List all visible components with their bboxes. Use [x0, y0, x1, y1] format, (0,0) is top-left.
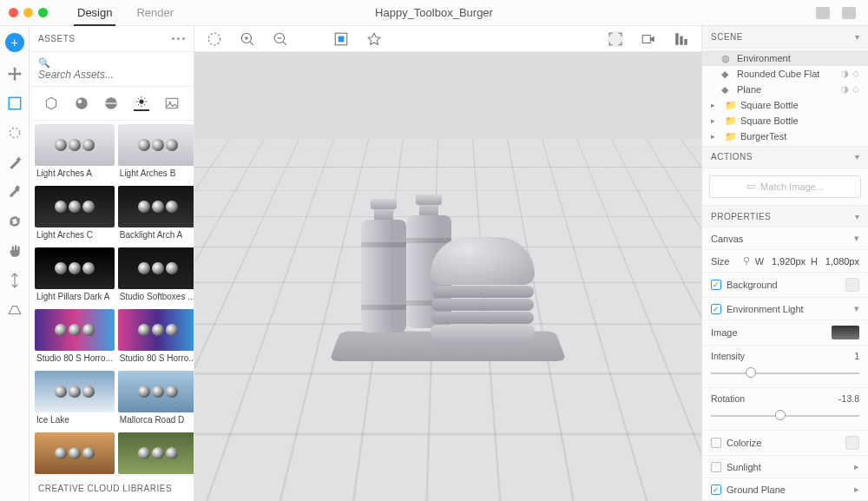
intensity-label: Intensity	[711, 351, 745, 361]
orbit-tool-icon[interactable]	[7, 125, 23, 141]
expand-arrow-icon[interactable]: ▸	[711, 116, 720, 125]
select-tool-icon[interactable]	[7, 96, 23, 111]
marquee-select-icon[interactable]	[207, 31, 222, 47]
link-icon[interactable]: ⚲	[743, 255, 750, 267]
scene-item[interactable]: ◍Environment	[702, 50, 868, 66]
asset-thumb[interactable]: Topanga Forest B	[118, 432, 194, 475]
options-icon[interactable]: ◇	[852, 69, 859, 78]
materials-category-icon[interactable]	[74, 96, 89, 111]
scene-item[interactable]: ◆Rounded Cube Flat◑◇	[702, 66, 868, 82]
expand-arrow-icon[interactable]: ▸	[711, 132, 720, 141]
zoom-window-icon[interactable]	[38, 8, 48, 17]
render-settings-icon[interactable]	[674, 31, 689, 47]
asset-thumb[interactable]: Backlight Arch A	[118, 186, 194, 242]
asset-thumb[interactable]: Light Pillars Dark A	[35, 247, 115, 304]
chevron-down-icon[interactable]: ▾	[854, 233, 859, 244]
viewport-canvas[interactable]	[194, 52, 701, 501]
chevron-down-icon[interactable]: ▾	[854, 303, 859, 314]
mode-tabs: Design Render	[74, 0, 177, 26]
colorize-checkbox[interactable]: ✓	[711, 438, 721, 448]
asset-thumb[interactable]: Studio 80 S Horro...	[35, 309, 115, 366]
scene-item[interactable]: ◆Plane◑◇	[702, 82, 868, 97]
ground-checkbox[interactable]: ✓	[711, 485, 721, 495]
zoom-out-icon[interactable]	[273, 31, 288, 47]
background-checkbox[interactable]: ✓	[711, 280, 721, 290]
expand-arrow-icon[interactable]: ▸	[711, 101, 720, 109]
dolly-tool-icon[interactable]	[7, 273, 23, 288]
learn-icon[interactable]	[816, 7, 830, 19]
globe-icon: ◍	[721, 53, 732, 63]
asset-thumb[interactable]: Studio Softboxes ...	[118, 247, 194, 304]
chevron-right-icon[interactable]: ▸	[854, 461, 859, 472]
intensity-slider[interactable]	[711, 365, 859, 380]
asset-thumb-label: Mallorca Road D	[118, 412, 194, 427]
asset-thumb[interactable]: Light Arches A	[35, 124, 115, 181]
add-button[interactable]: +	[5, 33, 24, 52]
asset-thumb[interactable]: Light Arches B	[118, 124, 194, 181]
assets-panel-menu-icon[interactable]	[172, 37, 185, 40]
ground-label: Ground Plane	[727, 485, 786, 495]
envlight-image-thumb[interactable]	[832, 326, 859, 339]
width-label: W	[755, 256, 764, 267]
cc-libraries-label[interactable]: CREATIVE CLOUD LIBRARIES	[30, 475, 194, 501]
visibility-icon[interactable]: ◑	[841, 69, 849, 78]
zoom-in-icon[interactable]	[240, 31, 255, 47]
asset-thumb[interactable]: Studio 80 S Horro...	[118, 309, 194, 366]
scene-item[interactable]: ▸📁Square Bottle	[702, 97, 868, 113]
images-category-icon[interactable]	[164, 96, 180, 111]
models-category-icon[interactable]	[43, 96, 59, 111]
frame-all-icon[interactable]	[608, 31, 623, 47]
height-input[interactable]	[823, 256, 859, 267]
folder-icon: 📁	[725, 131, 735, 142]
svg-rect-12	[339, 36, 345, 42]
tab-render[interactable]: Render	[133, 0, 177, 26]
size-label: Size	[711, 256, 729, 267]
chevron-right-icon[interactable]: ▸	[854, 484, 859, 495]
chevron-down-icon[interactable]: ▾	[855, 32, 860, 42]
eyedropper-tool-icon[interactable]	[7, 184, 23, 200]
asset-thumb-label: Backlight Arch A	[118, 227, 194, 242]
title-bar: Design Render Happy_Toolbox_Burger	[0, 0, 868, 26]
camera-bookmark-icon[interactable]	[641, 31, 656, 47]
width-input[interactable]	[769, 256, 806, 267]
scene-3d-content	[326, 155, 569, 380]
scene-item[interactable]: ▸📁Square Bottle	[702, 113, 868, 129]
asset-thumb[interactable]: Mallorca Road D	[118, 371, 194, 427]
options-icon[interactable]: ◇	[852, 84, 859, 94]
scene-item-label: Square Bottle	[740, 100, 799, 110]
visibility-icon[interactable]: ◑	[841, 84, 849, 94]
asset-thumb[interactable]: Light Arches C	[35, 186, 115, 242]
render-preview-icon[interactable]	[366, 31, 382, 47]
shapes-category-icon[interactable]	[103, 96, 119, 111]
svg-point-5	[139, 99, 143, 103]
move-tool-icon[interactable]	[7, 66, 23, 82]
close-window-icon[interactable]	[9, 8, 18, 17]
chevron-down-icon[interactable]: ▾	[855, 212, 860, 221]
envlight-checkbox[interactable]: ✓	[711, 304, 721, 314]
asset-thumb[interactable]: Ice Lake	[35, 371, 115, 427]
background-label: Background	[727, 280, 778, 290]
asset-thumb[interactable]: Sunrise Campsite	[35, 432, 115, 475]
background-color-swatch[interactable]	[845, 278, 859, 292]
scene-item[interactable]: ▸📁BurgerTest	[702, 129, 868, 144]
rotation-slider[interactable]	[711, 407, 859, 423]
inspector-panel: SCENE▾ ◍Environment◆Rounded Cube Flat◑◇◆…	[701, 26, 868, 501]
cycle-tool-icon[interactable]	[7, 214, 23, 229]
feedback-icon[interactable]	[842, 7, 856, 19]
scene-item-label: Square Bottle	[740, 115, 799, 126]
colorize-color-swatch[interactable]	[845, 436, 859, 450]
chevron-down-icon[interactable]: ▾	[855, 152, 860, 162]
wand-tool-icon[interactable]	[7, 155, 23, 170]
lights-category-icon[interactable]	[134, 96, 149, 111]
tab-design[interactable]: Design	[74, 0, 115, 26]
match-image-button[interactable]: ▭Match Image...	[709, 175, 861, 198]
search-input[interactable]	[38, 69, 185, 81]
rotation-label: Rotation	[711, 393, 745, 404]
hand-tool-icon[interactable]	[7, 243, 23, 259]
intensity-value: 1	[854, 351, 859, 361]
frame-selection-icon[interactable]	[333, 31, 349, 47]
sunlight-checkbox[interactable]: ✓	[711, 462, 721, 472]
perspective-tool-icon[interactable]	[7, 302, 23, 318]
svg-rect-13	[642, 35, 650, 43]
minimize-window-icon[interactable]	[23, 8, 33, 17]
